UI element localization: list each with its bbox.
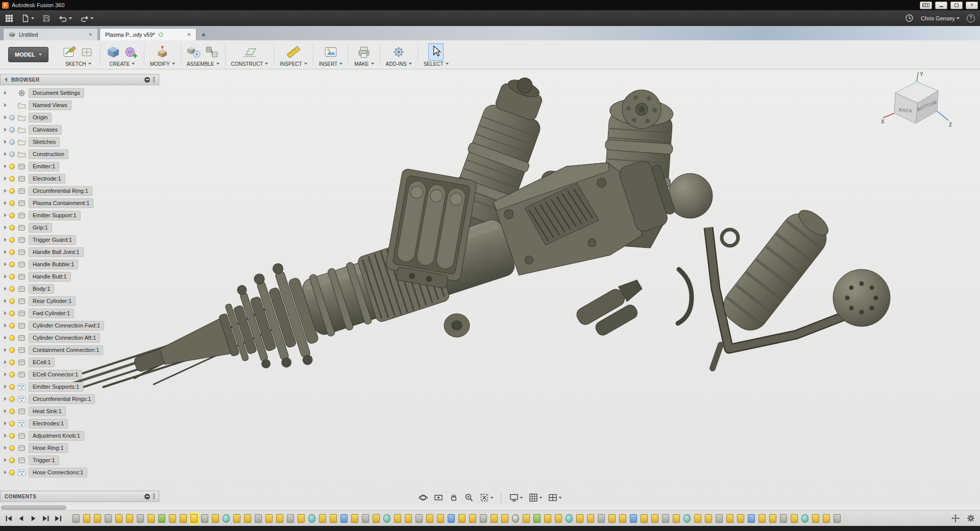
expand-caret-icon[interactable] <box>4 458 7 462</box>
browser-tree-row[interactable]: Electrodes:1 <box>0 417 159 429</box>
expand-caret-icon[interactable] <box>4 140 7 144</box>
step-forward-button[interactable] <box>42 515 50 522</box>
orbit-button[interactable] <box>419 493 428 502</box>
tab-untitled[interactable]: Untitled × <box>3 28 98 40</box>
timeline-feature-icon[interactable] <box>83 514 90 523</box>
timeline-feature-icon[interactable] <box>287 514 294 523</box>
browser-tree-row[interactable]: Sketches <box>0 136 159 148</box>
timeline-feature-icon[interactable] <box>319 514 326 523</box>
timeline-feature-icon[interactable] <box>437 514 444 523</box>
viewcube[interactable]: BACK BOTTOM X Y Z <box>881 70 958 133</box>
browser-tree-row[interactable]: Fwd Cylinder:1 <box>0 307 159 319</box>
addins-gear-icon[interactable] <box>391 45 406 59</box>
browser-tree-row[interactable]: Handle Ball Joint:1 <box>0 246 159 258</box>
close-button[interactable]: × <box>966 2 978 9</box>
browser-tree-row[interactable]: ECell:1 <box>0 356 159 368</box>
browser-tree-row[interactable]: Construction <box>0 148 159 160</box>
timeline-feature-icon[interactable] <box>748 514 755 523</box>
timeline-feature-icon[interactable] <box>137 514 144 523</box>
timeline-feature-icon[interactable] <box>169 514 176 523</box>
timeline-feature-icon[interactable] <box>244 514 251 523</box>
timeline-feature-icon[interactable] <box>480 514 487 523</box>
insert-canvas-icon[interactable] <box>324 45 338 59</box>
expand-caret-icon[interactable] <box>4 360 7 364</box>
timeline-scrollbar[interactable] <box>0 505 980 510</box>
expand-caret-icon[interactable] <box>4 152 7 156</box>
expand-caret-icon[interactable] <box>4 446 7 450</box>
timeline-feature-icon[interactable] <box>555 514 562 523</box>
timeline-feature-icon[interactable] <box>694 514 701 523</box>
panel-grip-icon[interactable] <box>153 77 155 83</box>
timeline-settings-gear-icon[interactable] <box>967 514 975 522</box>
play-button[interactable] <box>30 515 37 522</box>
browser-tree-row[interactable]: Grip:1 <box>0 221 159 234</box>
timeline-feature-icon[interactable] <box>458 514 465 523</box>
timeline-feature-icon[interactable] <box>233 514 240 523</box>
timeline-feature-icon[interactable] <box>448 514 455 523</box>
browser-tree-row[interactable]: Cylinder Connection Aft:1 <box>0 332 159 344</box>
timeline-feature-icon[interactable] <box>791 514 798 523</box>
expand-caret-icon[interactable] <box>4 348 7 352</box>
create-sketch-icon[interactable] <box>62 45 77 59</box>
expand-caret-icon[interactable] <box>4 385 7 389</box>
timeline-feature-icon[interactable] <box>126 514 133 523</box>
toolbar-group-select[interactable]: SELECT <box>418 43 454 67</box>
timeline-feature-icon[interactable] <box>641 514 648 523</box>
browser-tree-row[interactable]: Cylinder Connection Fwd:1 <box>0 319 159 332</box>
timeline-scroll-thumb[interactable] <box>1 505 66 510</box>
browser-tree-row[interactable]: Emitter Supports:1 <box>0 381 159 393</box>
expand-caret-icon[interactable] <box>4 115 7 119</box>
3d-print-icon[interactable] <box>357 45 371 59</box>
data-panel-toggle[interactable] <box>5 14 13 22</box>
browser-tree-row[interactable]: Origin <box>0 111 159 123</box>
visibility-bulb-icon[interactable] <box>9 409 15 414</box>
visibility-bulb-icon[interactable] <box>9 188 15 194</box>
visibility-bulb-icon[interactable] <box>9 311 15 316</box>
timeline-feature-icon[interactable] <box>608 514 616 523</box>
help-button[interactable]: ? <box>967 14 975 22</box>
toolbar-group-create[interactable]: CREATE <box>101 43 144 67</box>
timeline-feature-icon[interactable] <box>94 514 101 523</box>
visibility-bulb-icon[interactable] <box>9 470 15 475</box>
visibility-bulb-icon[interactable] <box>9 396 15 402</box>
visibility-bulb-icon[interactable] <box>9 286 15 292</box>
timeline-feature-icon[interactable] <box>158 514 165 523</box>
visibility-bulb-icon[interactable] <box>9 237 15 243</box>
3d-viewport[interactable]: BROWSER <box>0 69 980 505</box>
browser-tree-row[interactable]: Trigger:1 <box>0 454 159 466</box>
browser-tree-row[interactable]: Emitter Support:1 <box>0 209 159 221</box>
timeline-feature-icon[interactable] <box>212 514 219 523</box>
browser-tree-row[interactable]: Named Views <box>0 99 159 111</box>
timeline-feature-icon[interactable] <box>587 514 594 523</box>
timeline-feature-icon[interactable] <box>255 514 262 523</box>
expand-caret-icon[interactable] <box>4 262 7 266</box>
expand-caret-icon[interactable] <box>4 336 7 340</box>
touch-keyboard-button[interactable] <box>920 2 932 9</box>
timeline-feature-icon[interactable] <box>201 514 208 523</box>
toolbar-group-assemble[interactable]: ASSEMBLE <box>181 43 225 67</box>
measure-icon[interactable] <box>286 45 301 59</box>
timeline-feature-icon[interactable] <box>308 514 315 523</box>
visibility-bulb-icon[interactable] <box>9 262 15 267</box>
save-button[interactable] <box>42 14 51 22</box>
timeline-feature-icon[interactable] <box>190 514 198 523</box>
timeline-pan-icon[interactable] <box>951 514 960 522</box>
visibility-bulb-icon[interactable] <box>9 139 15 145</box>
file-menu-button[interactable] <box>21 14 34 22</box>
timeline-feature-icon[interactable] <box>834 514 841 523</box>
visibility-bulb-icon[interactable] <box>9 360 15 365</box>
browser-tree-row[interactable]: Hose Connections:1 <box>0 466 159 478</box>
create-solid-icon[interactable] <box>106 45 120 59</box>
minimize-button[interactable] <box>935 2 947 9</box>
browser-tree-row[interactable]: Document Settings <box>0 87 159 99</box>
comments-header[interactable]: COMMENTS <box>0 491 159 502</box>
expand-caret-icon[interactable] <box>4 176 7 181</box>
pan-button[interactable] <box>449 493 459 502</box>
browser-tree-row[interactable]: Emitter:1 <box>0 160 159 172</box>
timeline-feature-icon[interactable] <box>737 514 744 523</box>
expand-caret-icon[interactable] <box>4 397 7 401</box>
timeline-feature-icon[interactable] <box>72 514 80 523</box>
visibility-bulb-icon[interactable] <box>9 176 15 182</box>
timeline-feature-icon[interactable] <box>769 514 776 523</box>
visibility-bulb-icon[interactable] <box>9 249 15 255</box>
